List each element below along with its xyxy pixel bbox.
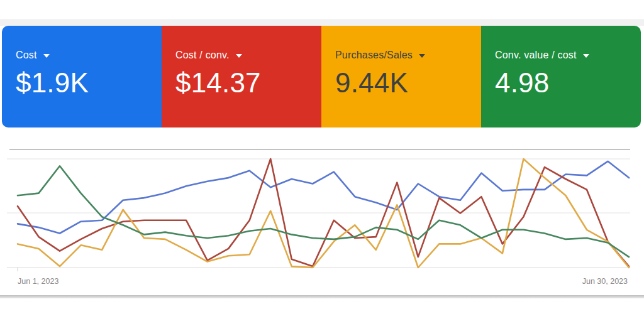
metric-label: Conv. value / cost: [495, 49, 577, 61]
metric-value: $14.37: [175, 69, 311, 97]
metric-label: Purchases/Sales: [335, 49, 413, 61]
dropdown-arrow-icon: [236, 54, 242, 58]
x-axis-label-end: Jun 30, 2023: [582, 277, 628, 286]
metric-cards: Cost $1.9K Cost / conv. $14.37 Purchases…: [2, 26, 641, 127]
metric-card-purchases-sales[interactable]: Purchases/Sales 9.44K: [321, 26, 481, 127]
dropdown-arrow-icon: [419, 54, 425, 58]
metric-selector-cost-per-conv[interactable]: Cost / conv.: [175, 49, 242, 61]
dropdown-arrow-icon: [583, 54, 589, 58]
timeseries-chart: Jun 1, 2023 Jun 30, 2023: [0, 146, 644, 295]
metric-card-cost-per-conv[interactable]: Cost / conv. $14.37: [162, 26, 321, 127]
metric-label: Cost / conv.: [175, 49, 230, 61]
metric-value: 4.98: [495, 69, 631, 97]
metric-selector-conv-value-per-cost[interactable]: Conv. value / cost: [495, 49, 589, 61]
metric-card-cost[interactable]: Cost $1.9K: [2, 26, 162, 127]
chart-canvas: Jun 1, 2023 Jun 30, 2023: [0, 146, 644, 295]
metric-label: Cost: [16, 49, 37, 61]
metric-selector-purchases-sales[interactable]: Purchases/Sales: [335, 49, 425, 61]
top-divider-strip: [0, 19, 644, 26]
metric-selector-cost[interactable]: Cost: [16, 49, 50, 61]
dropdown-arrow-icon: [43, 54, 50, 58]
metric-value: $1.9K: [16, 69, 152, 97]
bottom-scroll-divider[interactable]: [0, 295, 644, 298]
x-axis-label-start: Jun 1, 2023: [18, 277, 58, 286]
metric-card-conv-value-per-cost[interactable]: Conv. value / cost 4.98: [481, 26, 641, 127]
metric-value: 9.44K: [335, 69, 471, 97]
